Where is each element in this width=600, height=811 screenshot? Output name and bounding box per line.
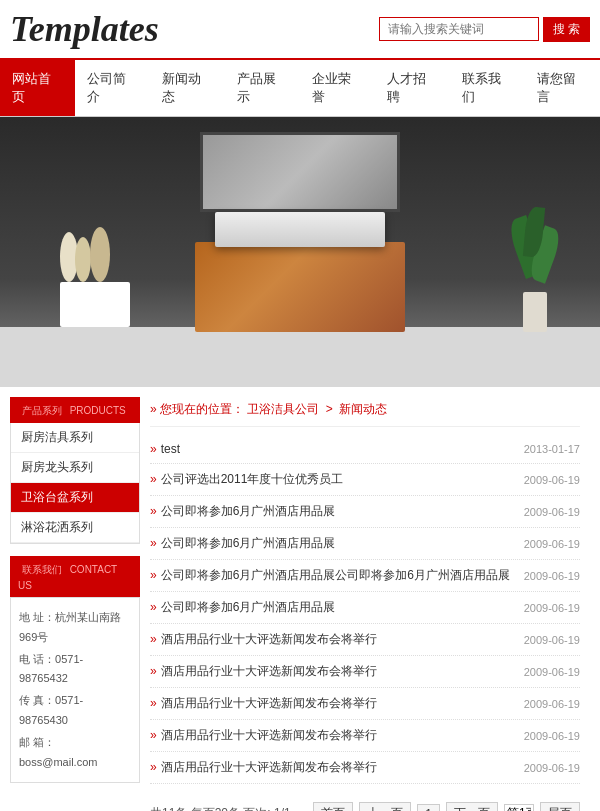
news-title-0[interactable]: test [150,442,516,456]
nav-item-1[interactable]: 公司简介 [75,60,150,116]
news-item-10: 酒店用品行业十大评选新闻发布会将举行2009-06-19 [150,752,580,784]
last-page-button[interactable]: 尾页 [540,802,580,811]
news-date-8: 2009-06-19 [524,698,580,710]
news-title-8[interactable]: 酒店用品行业十大评选新闻发布会将举行 [150,695,516,712]
news-title-2[interactable]: 公司即将参加6月广州酒店用品展 [150,503,516,520]
news-item-1: 公司评选出2011年度十位优秀员工2009-06-19 [150,464,580,496]
nav-list: 网站首页公司简介新闻动态产品展示企业荣誉人才招聘联系我们请您留言 [0,60,600,116]
news-date-0: 2013-01-17 [524,443,580,455]
news-title-10[interactable]: 酒店用品行业十大评选新闻发布会将举行 [150,759,516,776]
sidebar-product-0[interactable]: 厨房洁具系列 [11,423,139,453]
news-item-0: test2013-01-17 [150,435,580,464]
news-date-1: 2009-06-19 [524,474,580,486]
news-item-5: 公司即将参加6月广州酒店用品展2009-06-19 [150,592,580,624]
main-nav: 网站首页公司简介新闻动态产品展示企业荣誉人才招聘联系我们请您留言 [0,60,600,117]
pagination-info: 共11条 每页20条 页次: 1/1 [150,805,307,811]
news-item-7: 酒店用品行业十大评选新闻发布会将举行2009-06-19 [150,656,580,688]
email-line: 邮 箱：boss@mail.com [19,733,131,773]
news-item-4: 公司即将参加6月广州酒店用品展公司即将参加6月广州酒店用品展2009-06-19 [150,560,580,592]
products-menu: 厨房洁具系列厨房龙头系列卫浴台盆系列淋浴花洒系列 [10,423,140,544]
search-button[interactable]: 搜 索 [543,17,590,42]
contact-section: 联系我们 CONTACT US 地 址：杭州某山南路969号 电 话：0571-… [10,556,140,783]
breadcrumb-link1[interactable]: 卫浴洁具公司 [247,402,319,416]
news-title-1[interactable]: 公司评选出2011年度十位优秀员工 [150,471,516,488]
search-input[interactable] [379,17,539,41]
main-content: 产品系列 PRODUCTS 厨房洁具系列厨房龙头系列卫浴台盆系列淋浴花洒系列 联… [0,387,600,811]
news-item-8: 酒店用品行业十大评选新闻发布会将举行2009-06-19 [150,688,580,720]
news-date-5: 2009-06-19 [524,602,580,614]
header: Templates 搜 索 [0,0,600,60]
breadcrumb: » 您现在的位置： 卫浴洁具公司 > 新闻动态 [150,397,580,427]
nav-item-7[interactable]: 请您留言 [525,60,600,116]
site-title: Templates [10,8,159,50]
phone-line: 电 话：0571-98765432 [19,650,131,690]
news-date-2: 2009-06-19 [524,506,580,518]
fax-line: 传 真：0571-98765430 [19,691,131,731]
sidebar-product-2[interactable]: 卫浴台盆系列 [11,483,139,513]
banner [0,117,600,387]
news-date-6: 2009-06-19 [524,634,580,646]
page-jump-input[interactable] [504,804,534,812]
pagination: 共11条 每页20条 页次: 1/1 首页 上一页 1 下一页 尾页 [150,794,580,811]
news-item-9: 酒店用品行业十大评选新闻发布会将举行2009-06-19 [150,720,580,752]
prev-page-button[interactable]: 上一页 [359,802,411,811]
news-date-9: 2009-06-19 [524,730,580,742]
news-title-7[interactable]: 酒店用品行业十大评选新闻发布会将举行 [150,663,516,680]
news-item-6: 酒店用品行业十大评选新闻发布会将举行2009-06-19 [150,624,580,656]
products-title: 产品系列 PRODUCTS [10,397,140,423]
first-page-button[interactable]: 首页 [313,802,353,811]
banner-image [0,117,600,387]
news-date-7: 2009-06-19 [524,666,580,678]
news-title-4[interactable]: 公司即将参加6月广州酒店用品展公司即将参加6月广州酒店用品展 [150,567,516,584]
sidebar: 产品系列 PRODUCTS 厨房洁具系列厨房龙头系列卫浴台盆系列淋浴花洒系列 联… [10,397,140,811]
news-list: test2013-01-17公司评选出2011年度十位优秀员工2009-06-1… [150,435,580,784]
news-item-2: 公司即将参加6月广州酒店用品展2009-06-19 [150,496,580,528]
news-date-4: 2009-06-19 [524,570,580,582]
content-area: » 您现在的位置： 卫浴洁具公司 > 新闻动态 test2013-01-17公司… [140,397,590,811]
nav-item-3[interactable]: 产品展示 [225,60,300,116]
address-line: 地 址：杭州某山南路969号 [19,608,131,648]
products-section: 产品系列 PRODUCTS 厨房洁具系列厨房龙头系列卫浴台盆系列淋浴花洒系列 [10,397,140,544]
news-title-9[interactable]: 酒店用品行业十大评选新闻发布会将举行 [150,727,516,744]
news-title-5[interactable]: 公司即将参加6月广州酒店用品展 [150,599,516,616]
sidebar-product-3[interactable]: 淋浴花洒系列 [11,513,139,543]
nav-item-2[interactable]: 新闻动态 [150,60,225,116]
nav-item-4[interactable]: 企业荣誉 [300,60,375,116]
current-page: 1 [417,804,440,812]
news-item-3: 公司即将参加6月广州酒店用品展2009-06-19 [150,528,580,560]
news-date-10: 2009-06-19 [524,762,580,774]
contact-title: 联系我们 CONTACT US [10,556,140,597]
next-page-button[interactable]: 下一页 [446,802,498,811]
nav-item-5[interactable]: 人才招聘 [375,60,450,116]
nav-item-6[interactable]: 联系我们 [450,60,525,116]
search-bar: 搜 索 [379,17,590,42]
news-date-3: 2009-06-19 [524,538,580,550]
contact-info: 地 址：杭州某山南路969号 电 话：0571-98765432 传 真：057… [10,597,140,783]
news-title-3[interactable]: 公司即将参加6月广州酒店用品展 [150,535,516,552]
sidebar-product-1[interactable]: 厨房龙头系列 [11,453,139,483]
nav-item-0[interactable]: 网站首页 [0,60,75,116]
news-title-6[interactable]: 酒店用品行业十大评选新闻发布会将举行 [150,631,516,648]
